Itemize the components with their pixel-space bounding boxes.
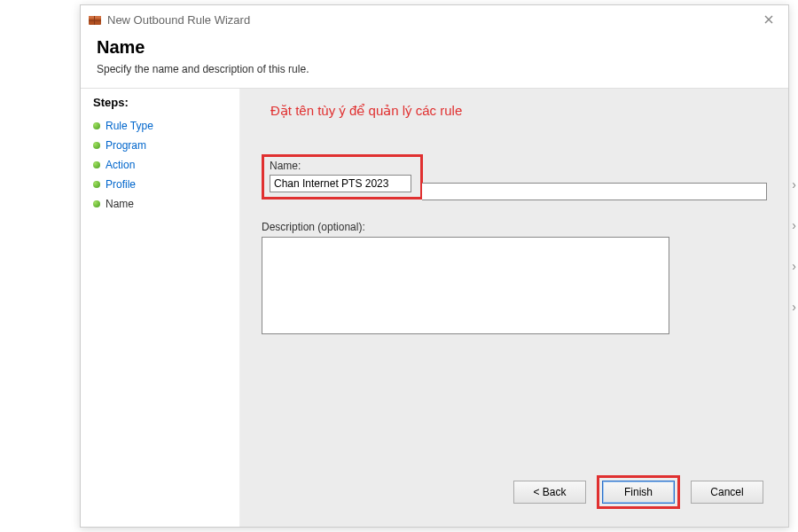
description-label: Description (optional): [262,221,767,233]
button-row: < Back Finish Cancel [262,465,767,516]
description-group: Description (optional): [262,221,767,337]
step-label: Rule Type [106,120,153,132]
dialog-body: Steps: Rule Type Program Action Profile … [81,89,788,527]
step-rule-type[interactable]: Rule Type [93,116,239,136]
bullet-icon [93,142,100,149]
chevron-right-icon: › [792,177,796,192]
step-program[interactable]: Program [93,136,239,155]
name-input[interactable] [270,175,411,192]
step-label: Action [106,159,135,171]
edge-decorations: › › › › [792,177,796,314]
bullet-icon [93,161,100,168]
step-label: Name [106,198,134,210]
step-name[interactable]: Name [93,194,239,214]
bullet-icon [93,200,100,207]
finish-button[interactable]: Finish [602,481,675,504]
page-subtitle: Specify the name and description of this… [97,63,772,75]
close-button[interactable] [756,11,781,28]
steps-sidebar: Steps: Rule Type Program Action Profile … [81,89,240,527]
annotation-text: Đặt tên tùy ý để quản lý các rule [270,103,767,119]
name-highlight-box: Name: [262,154,423,200]
chevron-right-icon: › [792,300,796,314]
cancel-button[interactable]: Cancel [691,481,763,504]
name-field-row: Name: [262,154,767,212]
titlebar: New Outbound Rule Wizard [81,5,788,34]
chevron-right-icon: › [792,218,796,232]
name-input-extension[interactable] [422,183,767,200]
firewall-icon [88,12,102,27]
wizard-dialog: New Outbound Rule Wizard Name Specify th… [80,4,789,528]
main-panel: Đặt tên tùy ý để quản lý các rule Name: … [240,89,788,527]
steps-heading: Steps: [93,96,239,109]
description-textarea[interactable] [262,237,669,334]
name-label: Name: [270,160,415,172]
step-label: Profile [106,178,136,191]
back-button[interactable]: < Back [513,481,586,504]
page-title: Name [97,37,772,58]
chevron-right-icon: › [792,259,796,273]
bullet-icon [93,122,100,129]
svg-rect-3 [94,16,95,25]
finish-highlight-box: Finish [597,475,680,509]
step-profile[interactable]: Profile [93,175,239,194]
step-label: Program [106,139,146,152]
close-icon [764,12,773,27]
window-title: New Outbound Rule Wizard [107,13,250,27]
header: Name Specify the name and description of… [81,34,788,89]
step-action[interactable]: Action [93,155,239,175]
bullet-icon [93,181,100,188]
